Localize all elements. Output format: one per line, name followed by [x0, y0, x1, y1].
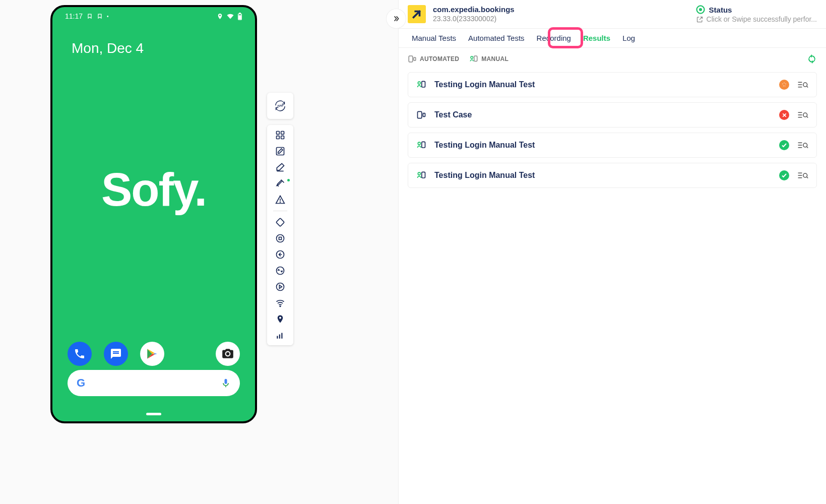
status-indicator-icon	[696, 5, 705, 14]
svg-point-60	[803, 173, 807, 177]
svg-point-29	[782, 84, 783, 85]
svg-line-61	[807, 177, 808, 178]
app-switch-button[interactable]: APP	[267, 93, 293, 119]
result-row[interactable]: Testing Login Manual Test	[408, 133, 817, 158]
toolbar-divider	[273, 211, 287, 211]
phone-frame: 11:17 • Mon, Dec 4 Sofy.	[50, 5, 257, 423]
rotate-icon[interactable]	[274, 216, 286, 228]
location-tool-icon[interactable]	[274, 313, 286, 325]
tab-manual-tests[interactable]: Manual Tests	[408, 29, 460, 47]
svg-line-38	[807, 86, 808, 87]
swap-icon[interactable]	[274, 265, 286, 277]
results-panel: com.expedia.bookings 23.33.0(233300002) …	[399, 0, 826, 504]
svg-rect-49	[422, 142, 425, 148]
svg-point-17	[280, 306, 281, 307]
phone-search-bar[interactable]: G	[68, 370, 240, 396]
tab-recording[interactable]: Recording	[533, 29, 575, 47]
svg-point-31	[783, 86, 784, 87]
phone-dock	[52, 342, 255, 366]
tab-results[interactable]: Results	[579, 29, 614, 47]
svg-rect-56	[422, 172, 425, 178]
result-details-button[interactable]	[797, 80, 808, 89]
mic-icon[interactable]	[221, 377, 231, 389]
svg-rect-13	[279, 237, 282, 240]
result-title: Testing Login Manual Test	[434, 80, 771, 89]
stop-icon[interactable]	[274, 232, 286, 244]
google-logo-icon: G	[77, 376, 85, 390]
status-icon	[97, 13, 103, 19]
result-row[interactable]: Test Case	[408, 102, 817, 128]
device-panel: 11:17 • Mon, Dec 4 Sofy.	[0, 0, 398, 504]
phone-app-icon[interactable]	[68, 342, 92, 366]
result-type-icon	[416, 170, 426, 180]
device-toolbar	[267, 125, 293, 345]
svg-rect-23	[409, 56, 413, 62]
filter-automated[interactable]: AUTOMATED	[408, 54, 459, 64]
svg-point-46	[803, 113, 807, 117]
refresh-button[interactable]	[807, 54, 817, 64]
svg-point-55	[418, 172, 420, 175]
svg-rect-2	[239, 15, 241, 19]
phone-date: Mon, Dec 4	[52, 25, 255, 56]
svg-rect-40	[423, 113, 425, 117]
svg-point-22	[699, 8, 702, 11]
app-name: com.expedia.bookings	[433, 5, 689, 14]
svg-rect-26	[474, 56, 477, 61]
result-title: Testing Login Manual Test	[434, 171, 771, 180]
phone-time: 11:17	[65, 12, 83, 20]
warning-icon[interactable]	[274, 194, 286, 206]
results-list: Testing Login Manual TestTest CaseTestin…	[399, 67, 826, 193]
svg-point-30	[785, 84, 786, 85]
eraser-icon[interactable]	[274, 161, 286, 173]
app-logo-icon	[408, 5, 426, 23]
app-version: 23.33.0(233300002)	[433, 15, 689, 23]
play-icon[interactable]	[274, 281, 286, 293]
result-details-button[interactable]	[797, 110, 808, 119]
wifi-icon	[226, 13, 234, 20]
svg-point-33	[784, 83, 785, 84]
svg-point-25	[471, 56, 473, 59]
back-icon[interactable]	[274, 248, 286, 261]
status-label: Status	[709, 6, 732, 14]
playstore-app-icon[interactable]	[140, 342, 164, 366]
result-type-icon	[416, 80, 426, 90]
result-row[interactable]: Testing Login Manual Test	[408, 163, 817, 188]
svg-rect-4	[277, 132, 280, 135]
result-type-icon	[416, 110, 426, 120]
clean-icon[interactable]	[274, 177, 286, 190]
result-row[interactable]: Testing Login Manual Test	[408, 72, 817, 97]
result-details-button[interactable]	[797, 171, 808, 180]
apps-grid-icon[interactable]	[274, 129, 286, 141]
camera-app-icon[interactable]	[216, 342, 240, 366]
svg-rect-18	[277, 336, 278, 339]
tab-automated-tests[interactable]: Automated Tests	[464, 29, 528, 47]
phone-status-bar: 11:17 •	[52, 7, 255, 25]
svg-point-32	[785, 86, 786, 87]
svg-rect-19	[279, 335, 280, 339]
svg-rect-24	[414, 57, 416, 60]
result-status-badge	[779, 140, 789, 150]
sofy-logo: Sofy.	[101, 163, 206, 216]
svg-point-53	[803, 143, 807, 147]
edit-icon[interactable]	[274, 145, 286, 157]
svg-point-16	[277, 283, 284, 291]
svg-rect-5	[281, 132, 284, 135]
svg-text:APP: APP	[277, 104, 283, 107]
svg-point-37	[803, 83, 807, 87]
result-title: Test Case	[434, 110, 771, 119]
messages-app-icon[interactable]	[104, 342, 128, 366]
nav-pill[interactable]	[146, 413, 161, 415]
tab-log[interactable]: Log	[618, 29, 639, 47]
filter-manual[interactable]: MANUAL	[469, 54, 509, 64]
result-status-badge	[779, 80, 789, 90]
external-link-icon[interactable]	[696, 16, 704, 23]
svg-point-27	[418, 82, 420, 84]
status-dot: •	[107, 14, 109, 19]
result-title: Testing Login Manual Test	[434, 141, 771, 150]
signal-icon[interactable]	[274, 329, 286, 341]
result-type-icon	[416, 140, 426, 150]
result-details-button[interactable]	[797, 141, 808, 150]
panel-header: com.expedia.bookings 23.33.0(233300002) …	[399, 0, 826, 29]
wifi-tool-icon[interactable]	[274, 297, 286, 309]
collapse-button[interactable]	[387, 9, 406, 28]
